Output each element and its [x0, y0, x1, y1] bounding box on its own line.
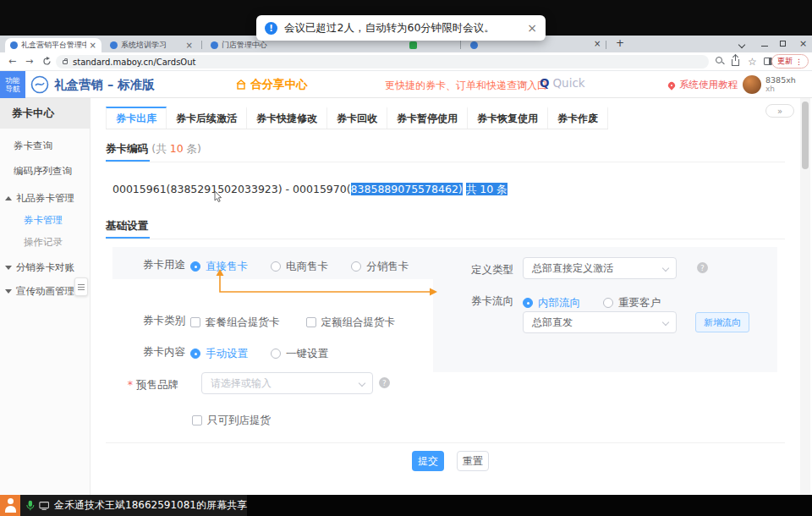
- card-type-label: 券卡类别: [112, 314, 185, 328]
- url-text: standard.maboy.cn/CardsOut: [73, 58, 195, 67]
- submit-button[interactable]: 提交: [412, 451, 444, 471]
- divider: [106, 239, 785, 239]
- pointing-finger-icon: ☞: [518, 77, 529, 91]
- checkbox-fixed-combo-pickup-card[interactable]: [306, 317, 316, 327]
- collapse-arrow-icon: [5, 266, 12, 270]
- reset-button[interactable]: 重置: [457, 451, 489, 471]
- tab-close-icon[interactable]: ×: [186, 41, 193, 50]
- define-type-select[interactable]: 总部直接定义激活: [523, 257, 677, 279]
- help-icon[interactable]: [697, 262, 708, 273]
- divider: [106, 442, 785, 443]
- share-icon[interactable]: [732, 57, 742, 67]
- checkbox-store-pickup-only[interactable]: [192, 415, 202, 425]
- browser-toolbar: ← → standard.maboy.cn/CardsOut ☆ 更新 ⋮: [0, 52, 812, 71]
- minimize-icon[interactable]: [761, 46, 768, 47]
- browser-update-button[interactable]: 更新 ⋮: [771, 54, 809, 69]
- tab-card-quick-edit[interactable]: 券卡快捷修改: [247, 107, 327, 129]
- define-type-label: 定义类型: [441, 263, 513, 277]
- chevron-down-icon: [359, 380, 365, 387]
- sidebar-title: 券卡中心: [0, 98, 90, 129]
- content-area: 券卡中心 券卡查询 编码序列查询 礼品券卡管理 券卡管理 操作记录: [0, 98, 812, 495]
- sidebar-item-card-management[interactable]: 券卡管理: [0, 208, 91, 232]
- sidebar-item-code-sequence-query[interactable]: 编码序列查询: [0, 159, 91, 183]
- tab-card-suspend[interactable]: 券卡暂停使用: [387, 107, 468, 129]
- required-asterisk: *: [128, 378, 133, 391]
- tab-separator: [460, 41, 461, 49]
- flow-select[interactable]: 总部直发: [523, 311, 677, 333]
- sidebar-item-operation-log[interactable]: 操作记录: [0, 230, 91, 254]
- radio-direct-sale[interactable]: [190, 261, 200, 272]
- card-code-range: 00015961(8385291502033923) - 00015970(83…: [112, 183, 508, 197]
- sidebar-item-card-query[interactable]: 券卡查询: [0, 134, 91, 157]
- bookmark-star-icon[interactable]: ☆: [748, 56, 757, 68]
- help-icon[interactable]: [379, 377, 390, 388]
- quick-search[interactable]: QQuick: [540, 76, 585, 90]
- tab-separator: [201, 41, 202, 49]
- browser-tab-gift-admin[interactable]: 礼盒营销平台管理中心 ×: [5, 38, 102, 52]
- checkbox-combo-pickup-card[interactable]: [190, 317, 200, 327]
- radio-one-click-setup[interactable]: [271, 349, 281, 359]
- collapse-arrow-icon: [5, 289, 12, 294]
- tab-close-icon[interactable]: ×: [594, 39, 601, 48]
- person-icon[interactable]: [0, 495, 20, 516]
- card-content-label: 券卡内容: [112, 345, 185, 360]
- user-avatar[interactable]: [743, 75, 761, 94]
- tab-card-restore[interactable]: 券卡恢复使用: [468, 107, 548, 129]
- tab-search-icon[interactable]: [739, 42, 744, 47]
- card-flow-label: 券卡流向: [441, 294, 513, 309]
- sidebar-collapse-handle[interactable]: [74, 277, 88, 296]
- location-pin-icon: [667, 80, 676, 90]
- new-tab-button[interactable]: +: [616, 37, 624, 49]
- toast-close-icon[interactable]: ×: [527, 21, 537, 35]
- store-only-option: 只可到店提货: [192, 411, 271, 428]
- favicon-icon: [110, 41, 118, 49]
- share-status-strip: 金禾通技术王斌18662591081的屏幕共享: [20, 495, 247, 516]
- window-close-icon[interactable]: ×: [799, 38, 807, 49]
- main-panel: 券卡出库 券卡后续激活 券卡快捷修改 券卡回收 券卡暂停使用 券卡恢复使用 券卡…: [91, 98, 800, 495]
- double-chevron-icon: »: [777, 107, 782, 116]
- radio-manual-setup[interactable]: [190, 349, 200, 359]
- tab-card-void[interactable]: 券卡作废: [548, 107, 608, 129]
- selected-text: 8385889075578462): [351, 183, 463, 195]
- codes-count: 10: [170, 142, 184, 155]
- forward-icon[interactable]: →: [25, 56, 33, 67]
- tab-card-followup-activation[interactable]: 券卡后续激活: [167, 107, 247, 129]
- zoom-icon[interactable]: [716, 57, 726, 67]
- favicon-icon: [409, 41, 417, 49]
- reload-icon[interactable]: [42, 57, 52, 66]
- annotation-arrow-icon: [213, 269, 438, 298]
- add-flow-button[interactable]: 新增流向: [695, 312, 749, 332]
- menu-icon: [78, 284, 85, 285]
- sidebar-group-distribution-reconciliation[interactable]: 分销券卡对账: [0, 255, 91, 279]
- favicon-icon: [10, 41, 18, 49]
- presale-brand-select[interactable]: 请选择或输入: [201, 372, 373, 394]
- mouse-cursor-icon: [214, 191, 222, 203]
- more-menu-icon: ⋮: [795, 58, 803, 66]
- app-logo-icon: [30, 75, 49, 94]
- panel-collapse-button[interactable]: »: [765, 104, 794, 118]
- app-title: 礼盒营销 – 标准版: [54, 77, 155, 93]
- tab-card-recycle[interactable]: 券卡回收: [327, 107, 387, 129]
- card-flow-options: 内部流向 重要客户: [523, 294, 661, 310]
- lock-icon: [63, 60, 68, 64]
- card-codes-section-title: 券卡编码 (共 10 条): [106, 142, 201, 156]
- toast-message: 会议已超过2人，自动转为60分钟限时会议。: [284, 21, 495, 36]
- browser-window: 礼盒营销平台管理中心 × 系统培训学习 × 门店管理中心 × +: [0, 36, 812, 495]
- share-center-link[interactable]: 合分享中心: [235, 77, 308, 92]
- radio-internal-flow[interactable]: [523, 298, 533, 308]
- sidebar-group-gift-card-management[interactable]: 礼品券卡管理: [0, 186, 91, 210]
- tab-card-outbound[interactable]: 券卡出库: [106, 107, 167, 129]
- radio-key-customer[interactable]: [603, 298, 613, 308]
- back-icon[interactable]: ←: [8, 56, 16, 67]
- browser-tab-training[interactable]: 系统培训学习 ×: [105, 38, 198, 52]
- tutorial-link[interactable]: 系统使用教程: [668, 79, 738, 91]
- address-bar[interactable]: standard.maboy.cn/CardsOut: [56, 55, 709, 69]
- sidebar: 券卡中心 券卡查询 编码序列查询 礼品券卡管理 券卡管理 操作记录: [0, 98, 91, 495]
- maximize-icon[interactable]: [780, 41, 786, 47]
- divider: [106, 162, 785, 162]
- meeting-toast: 会议已超过2人，自动转为60分钟限时会议。 ×: [256, 15, 546, 41]
- tab-close-icon[interactable]: ×: [90, 41, 96, 50]
- presale-brand-label: * 预售品牌: [106, 378, 178, 392]
- scrollbar-thumb[interactable]: [802, 102, 809, 169]
- function-nav-toggle[interactable]: 功能 导航: [0, 71, 25, 98]
